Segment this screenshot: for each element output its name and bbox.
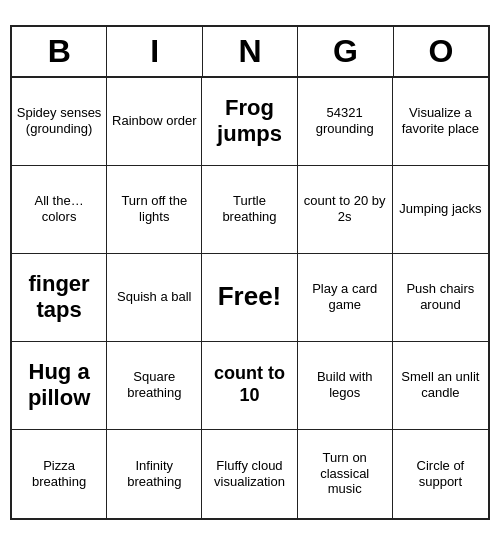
header-letter: N <box>203 27 298 76</box>
header-letter: O <box>394 27 488 76</box>
bingo-cell: finger taps <box>12 254 107 342</box>
bingo-cell: Square breathing <box>107 342 202 430</box>
bingo-cell: Rainbow order <box>107 78 202 166</box>
bingo-grid: Spidey senses (grounding)Rainbow orderFr… <box>12 78 488 518</box>
bingo-cell: Smell an unlit candle <box>393 342 488 430</box>
bingo-cell: 54321 grounding <box>298 78 393 166</box>
bingo-card: BINGO Spidey senses (grounding)Rainbow o… <box>10 25 490 520</box>
bingo-cell: Hug a pillow <box>12 342 107 430</box>
bingo-cell: Play a card game <box>298 254 393 342</box>
bingo-cell: count to 10 <box>202 342 297 430</box>
bingo-cell: Circle of support <box>393 430 488 518</box>
bingo-cell: Build with legos <box>298 342 393 430</box>
bingo-cell: Fluffy cloud visualization <box>202 430 297 518</box>
bingo-cell: Turn off the lights <box>107 166 202 254</box>
bingo-cell: count to 20 by 2s <box>298 166 393 254</box>
bingo-cell: Squish a ball <box>107 254 202 342</box>
bingo-cell: Pizza breathing <box>12 430 107 518</box>
bingo-cell: Free! <box>202 254 297 342</box>
header-letter: G <box>298 27 393 76</box>
bingo-cell: All the… colors <box>12 166 107 254</box>
bingo-cell: Infinity breathing <box>107 430 202 518</box>
bingo-cell: Jumping jacks <box>393 166 488 254</box>
bingo-cell: Spidey senses (grounding) <box>12 78 107 166</box>
bingo-cell: Turn on classical music <box>298 430 393 518</box>
bingo-header: BINGO <box>12 27 488 78</box>
bingo-cell: Visualize a favorite place <box>393 78 488 166</box>
header-letter: I <box>107 27 202 76</box>
bingo-cell: Turtle breathing <box>202 166 297 254</box>
header-letter: B <box>12 27 107 76</box>
bingo-cell: Frog jumps <box>202 78 297 166</box>
bingo-cell: Push chairs around <box>393 254 488 342</box>
